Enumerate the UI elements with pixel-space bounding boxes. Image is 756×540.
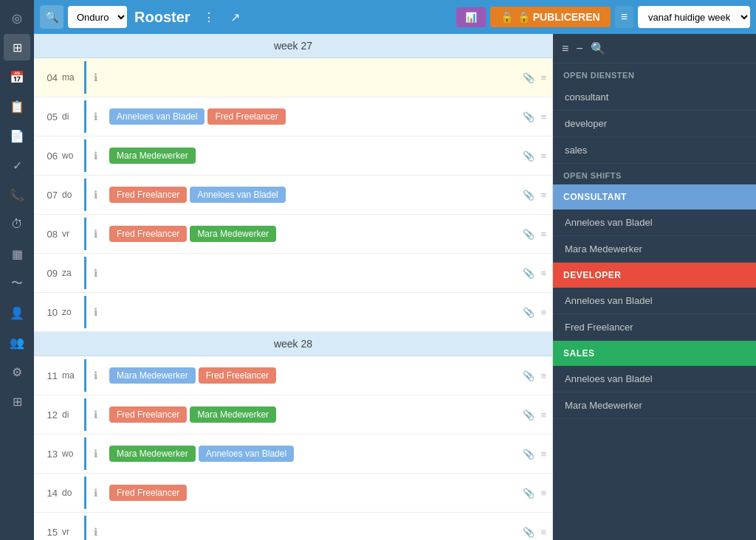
row-actions: 📎 ≡: [523, 307, 552, 318]
info-icon[interactable]: ℹ: [84, 437, 105, 470]
nav-icon-chart[interactable]: 〜: [4, 270, 30, 297]
info-icon[interactable]: ℹ: [84, 359, 105, 392]
shift-tag[interactable]: Fred Freelancer: [199, 367, 276, 384]
external-link-icon[interactable]: ↗: [224, 6, 247, 28]
attach-icon[interactable]: 📎: [523, 268, 535, 279]
shift-tag[interactable]: Anneloes van Bladel: [199, 446, 294, 462]
list-item[interactable]: Mara Medewerker: [553, 392, 756, 419]
menu-icon[interactable]: ≡: [540, 229, 546, 240]
menu-icon[interactable]: ≡: [540, 370, 546, 381]
day-name: wo: [62, 449, 84, 459]
menu-button[interactable]: ≡: [615, 6, 633, 28]
info-icon[interactable]: ℹ: [84, 257, 105, 289]
more-options-icon[interactable]: ⋮: [198, 6, 220, 28]
attach-icon[interactable]: 📎: [523, 449, 535, 460]
attach-icon[interactable]: 📎: [523, 527, 535, 538]
shift-tag[interactable]: Fred Freelancer: [207, 108, 285, 125]
attach-icon[interactable]: 📎: [523, 150, 535, 162]
menu-icon[interactable]: ≡: [540, 527, 546, 538]
day-name: zo: [62, 307, 84, 317]
attach-icon[interactable]: 📎: [523, 370, 535, 381]
list-item[interactable]: Anneloes van Bladel: [553, 288, 756, 314]
schedule-panel: week 27 04 ma ℹ 📎 ≡ 05 di: [34, 34, 553, 540]
panel-menu-icon[interactable]: ≡: [562, 42, 568, 55]
shift-area: Fred Freelancer Mara Medewerker: [105, 223, 523, 245]
list-item[interactable]: Mara Medewerker: [553, 236, 756, 263]
nav-icon-phone[interactable]: 📞: [4, 181, 30, 208]
row-actions: 📎 ≡: [523, 190, 552, 201]
info-icon[interactable]: ℹ: [84, 477, 105, 509]
row-actions: 📎 ≡: [523, 370, 552, 381]
stats-button[interactable]: 📊: [456, 7, 486, 27]
shift-tag[interactable]: Fred Freelancer: [109, 485, 187, 501]
open-diensten-header: OPEN DIENSTEN: [553, 63, 756, 84]
shift-tag[interactable]: Mara Medewerker: [190, 406, 276, 423]
attach-icon[interactable]: 📎: [523, 409, 535, 420]
nav-icon-clipboard[interactable]: 📋: [4, 93, 30, 120]
menu-icon[interactable]: ≡: [540, 409, 546, 420]
nav-icon-settings[interactable]: ⚙: [4, 359, 30, 385]
shift-tag[interactable]: Fred Freelancer: [109, 226, 187, 242]
attach-icon[interactable]: 📎: [523, 111, 535, 122]
list-item[interactable]: Anneloes van Bladel: [553, 366, 756, 392]
nav-icon-people[interactable]: 👥: [4, 329, 30, 356]
menu-icon[interactable]: ≡: [540, 488, 546, 499]
publish-button[interactable]: 🔒 🔒 PUBLICEREN: [490, 7, 611, 27]
table-row: 14 do ℹ Fred Freelancer 📎 ≡: [34, 474, 552, 513]
shift-area: [105, 529, 523, 535]
day-name: wo: [62, 150, 84, 161]
menu-icon[interactable]: ≡: [540, 268, 546, 279]
menu-icon[interactable]: ≡: [540, 111, 546, 122]
info-icon[interactable]: ℹ: [84, 516, 105, 540]
org-selector[interactable]: Onduro: [68, 6, 127, 28]
shift-tag[interactable]: Fred Freelancer: [109, 406, 187, 423]
menu-icon[interactable]: ≡: [540, 150, 546, 162]
open-shifts-header: OPEN SHIFTS: [553, 164, 756, 184]
info-icon[interactable]: ℹ: [84, 398, 105, 431]
shift-tag[interactable]: Mara Medewerker: [190, 226, 276, 242]
info-icon[interactable]: ℹ: [84, 218, 105, 250]
nav-icon-grid[interactable]: ▦: [4, 240, 30, 267]
panel-search-icon[interactable]: 🔍: [591, 41, 605, 55]
menu-icon[interactable]: ≡: [540, 449, 546, 460]
attach-icon[interactable]: 📎: [523, 72, 535, 83]
menu-icon[interactable]: ≡: [540, 307, 546, 318]
toolbar-search-btn[interactable]: 🔍: [40, 5, 63, 29]
nav-icon-clock[interactable]: ⏱: [4, 211, 30, 238]
day-number: 14: [34, 488, 62, 499]
attach-icon[interactable]: 📎: [523, 488, 535, 499]
menu-icon[interactable]: ≡: [540, 190, 546, 201]
info-icon[interactable]: ℹ: [84, 61, 105, 94]
day-name: vr: [62, 527, 84, 537]
nav-icon-apps[interactable]: ⊞: [4, 388, 30, 415]
list-item[interactable]: developer: [553, 111, 756, 137]
info-icon[interactable]: ℹ: [84, 139, 105, 172]
info-icon[interactable]: ℹ: [84, 179, 105, 211]
nav-icon-calendar[interactable]: 📅: [4, 63, 30, 90]
list-item[interactable]: Anneloes van Bladel: [553, 210, 756, 236]
nav-icon-check[interactable]: ✓: [4, 152, 30, 179]
table-row: 15 vr ℹ 📎 ≡: [34, 513, 552, 540]
nav-icon-search[interactable]: ⊞: [4, 34, 30, 60]
week27-header: week 27: [34, 34, 552, 58]
panel-minus-icon[interactable]: −: [576, 42, 583, 55]
attach-icon[interactable]: 📎: [523, 190, 535, 201]
shift-tag[interactable]: Mara Medewerker: [109, 148, 196, 164]
menu-icon[interactable]: ≡: [540, 72, 546, 83]
shift-tag[interactable]: Mara Medewerker: [109, 446, 196, 462]
attach-icon[interactable]: 📎: [523, 229, 535, 240]
shift-tag[interactable]: Mara Medewerker: [109, 367, 196, 384]
nav-icon-person[interactable]: 👤: [4, 300, 30, 326]
list-item[interactable]: Fred Freelancer: [553, 314, 756, 341]
week-selector[interactable]: vanaf huidige week: [638, 6, 750, 28]
attach-icon[interactable]: 📎: [523, 307, 535, 318]
shift-tag[interactable]: Anneloes van Bladel: [109, 108, 205, 125]
info-icon[interactable]: ℹ: [84, 296, 105, 328]
shift-tag[interactable]: Anneloes van Bladel: [190, 187, 285, 203]
shift-tag[interactable]: Fred Freelancer: [109, 187, 187, 203]
list-item[interactable]: sales: [553, 137, 756, 164]
info-icon[interactable]: ℹ: [84, 100, 105, 133]
list-item[interactable]: consultant: [553, 84, 756, 111]
nav-icon-document[interactable]: 📄: [4, 122, 30, 149]
nav-icon-home[interactable]: ◎: [4, 4, 30, 31]
